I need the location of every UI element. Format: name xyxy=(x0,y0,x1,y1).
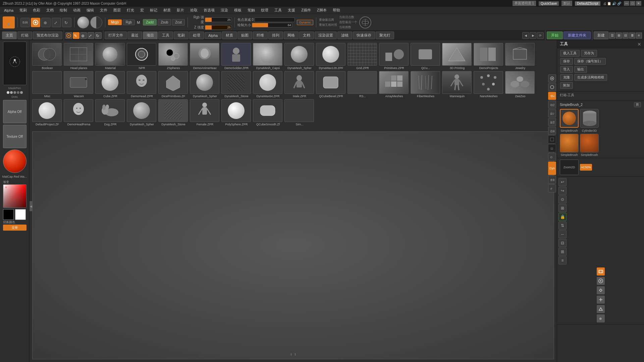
st-edit-icon[interactable]: ✎ xyxy=(73,32,79,39)
tab-lightbox[interactable]: 灯箱 xyxy=(17,32,32,39)
view-list-btn[interactable]: ☰ xyxy=(609,33,615,39)
menu-macro[interactable]: 宏 xyxy=(138,7,147,13)
project-demoheadfema[interactable]: DemoHeadFema xyxy=(64,99,94,126)
project-demoprojects[interactable]: DemoProjects xyxy=(474,43,504,70)
project-qcubebevel[interactable]: QCubeBevel.ZPR xyxy=(316,71,346,98)
close-button[interactable]: ✕ xyxy=(636,1,641,6)
tab-open-file[interactable]: 打开文件 xyxy=(105,32,127,39)
st-move-icon[interactable]: ⊕ xyxy=(80,32,87,39)
vtb-dark-1[interactable] xyxy=(548,135,556,143)
half-sphere-icon[interactable] xyxy=(90,16,102,28)
new-button[interactable]: 新建 xyxy=(594,32,608,39)
project-nanomesh[interactable]: NanoMeshes xyxy=(474,71,504,98)
project-diceprims[interactable]: DicePrimitives.ZF xyxy=(158,71,189,98)
scale-mode-icon[interactable]: ⤢ xyxy=(52,18,61,27)
right-panel-close[interactable]: ✕ xyxy=(637,42,641,47)
tab-handle[interactable]: 处理 xyxy=(189,32,204,39)
maximize-button[interactable]: □ xyxy=(630,1,635,6)
nav-refresh-btn[interactable]: ⟳ xyxy=(537,32,544,39)
rotate-mode-icon[interactable]: ↻ xyxy=(62,18,71,27)
menu-tool[interactable]: 工具 xyxy=(272,7,284,13)
nav-prev-btn[interactable]: ◀ xyxy=(522,32,529,39)
zcut-button[interactable]: Zcut xyxy=(172,19,184,25)
menu-preferences[interactable]: 首选项 xyxy=(201,7,217,13)
menu-material[interactable]: 材质 xyxy=(161,7,173,13)
new-folder-button[interactable]: 新建文件夹 xyxy=(564,32,591,39)
vtb-8[interactable]: 求和 xyxy=(548,176,556,184)
tab-brush-st[interactable]: 笔刷 xyxy=(174,32,189,39)
dynamic-icon-4[interactable] xyxy=(597,296,605,304)
project-male[interactable]: Male.ZPR xyxy=(284,71,315,98)
save-increment-button[interactable]: 保存（编号加1） xyxy=(574,58,606,65)
move-mode-icon[interactable]: ⊕ xyxy=(41,18,51,27)
project-dynawax64[interactable]: DynaWax64.ZPR xyxy=(253,71,283,98)
menu-pick[interactable]: 拾取 xyxy=(187,7,200,13)
dynamic-icon-5[interactable] xyxy=(597,305,605,313)
tab-home[interactable]: 主页 xyxy=(2,32,17,39)
focal-slider[interactable] xyxy=(255,17,295,22)
simple-brush-thumb-3[interactable] xyxy=(560,134,579,153)
menu-document[interactable]: 文档 xyxy=(44,7,56,13)
draw-mode-icon[interactable] xyxy=(31,18,40,27)
right-icon-sep[interactable]: ≡ xyxy=(558,256,567,264)
view-compact-btn[interactable]: ≡ xyxy=(636,33,642,39)
alpha-off-box[interactable]: Alpha Off xyxy=(3,100,26,123)
zadd-button[interactable]: Zadd xyxy=(143,19,157,25)
start-button[interactable]: 开始 xyxy=(547,32,563,39)
project-fibermesh[interactable]: FiberMeshes xyxy=(411,71,441,98)
menu-alpha[interactable]: Alpha xyxy=(1,8,16,13)
project-cube[interactable]: Cube.ZPR xyxy=(95,71,125,98)
project-dynawax128[interactable]: DynaWax128.ZPF xyxy=(316,43,346,70)
tab-tool[interactable]: 工具 xyxy=(158,32,173,39)
menu-edit[interactable]: 编辑 xyxy=(84,7,97,13)
menu-template[interactable]: 模板 xyxy=(231,7,244,13)
exchange-button[interactable]: 交替 xyxy=(3,225,26,231)
tab-fiber[interactable]: 纤维 xyxy=(253,32,268,39)
ac50-badge[interactable]: AC50% xyxy=(580,164,592,171)
view-grid-btn[interactable]: ⊞ xyxy=(616,33,622,39)
nav-next-btn[interactable]: ▶ xyxy=(530,32,536,39)
tab-preview-bool[interactable]: 预览布尔渲染 xyxy=(33,32,62,39)
project-material[interactable]: Material xyxy=(95,43,125,70)
mask-pen-brush[interactable] xyxy=(3,42,26,85)
tab-doc-st[interactable]: 文档 xyxy=(299,32,314,39)
tab-filter[interactable]: 滤镜 xyxy=(337,32,352,39)
brush-selector-icon[interactable] xyxy=(3,16,15,28)
project-dynaspher2[interactable]: DynaMesh_Spher xyxy=(190,71,220,98)
menu-texture[interactable]: 纹理 xyxy=(258,7,271,13)
project-primitives[interactable]: Primitives.ZPR xyxy=(379,43,409,70)
menu-support[interactable]: 支援 xyxy=(285,7,298,13)
project-jewelry[interactable]: Jewelry xyxy=(505,43,535,70)
vtb-9[interactable]: ↺ xyxy=(548,184,556,192)
project-grid-zpr[interactable]: Grid.ZPR xyxy=(347,43,378,70)
project-animehead[interactable]: DemoAnimeHeac xyxy=(190,43,220,70)
z-intensity-slider[interactable]: 25 xyxy=(205,25,232,30)
rgb-button[interactable]: Rgb xyxy=(123,19,135,25)
menu-file[interactable]: 文件 xyxy=(97,7,110,13)
save-as-button[interactable]: 另存为 xyxy=(581,50,597,57)
simple-brush-thumb-4[interactable] xyxy=(580,134,599,153)
project-headplanes[interactable]: Head planes xyxy=(64,43,94,70)
project-dynaspher3[interactable]: DynaMesh_Spher xyxy=(127,99,157,126)
project-misc[interactable]: Misc xyxy=(32,71,62,98)
project-zspheres[interactable]: ZSpheres xyxy=(158,43,189,70)
menu-movie[interactable]: 影片 xyxy=(174,7,187,13)
project-rs[interactable]: RS... xyxy=(347,71,378,98)
menu-animate[interactable]: 动画 xyxy=(70,7,83,13)
vtb-2[interactable] xyxy=(548,83,556,91)
right-icon-mesh[interactable]: ⊟ xyxy=(558,239,567,247)
menu-zscript[interactable]: Z脚本 xyxy=(314,7,329,13)
project-soldier[interactable]: DemoSoldier.ZPR xyxy=(221,43,252,70)
st-scale-icon[interactable]: ⤢ xyxy=(88,32,94,39)
load-tool-button[interactable]: 载入工具 xyxy=(560,50,580,57)
project-polysphere[interactable]: PolySphere.ZPR xyxy=(221,99,252,126)
view-large-btn[interactable]: ⊟ xyxy=(623,33,629,39)
menu-brush[interactable]: 笔刷 xyxy=(17,7,30,13)
project-zeezoo[interactable]: ZeeZoo xyxy=(505,71,535,98)
matcap-ball[interactable] xyxy=(3,149,26,173)
st-rotate-icon[interactable]: ↻ xyxy=(95,32,102,39)
generate-multimap-button[interactable]: 生成多活网格精模 xyxy=(574,74,607,81)
clone-button[interactable]: 克隆 xyxy=(560,74,573,81)
simple-brush-thumb-1[interactable] xyxy=(560,109,579,128)
tab-texture-st[interactable]: 贴图 xyxy=(237,32,252,39)
